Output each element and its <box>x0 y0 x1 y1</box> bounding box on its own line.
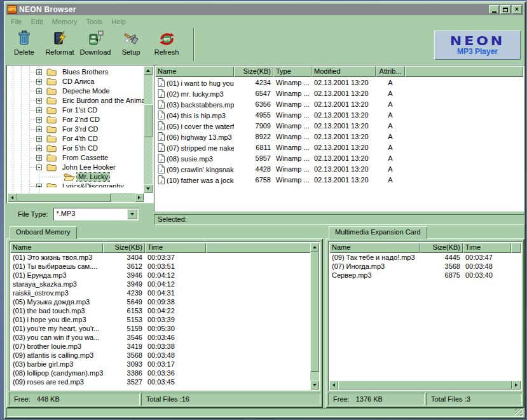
menu-help[interactable]: Help <box>107 18 130 25</box>
tree-expand-toggle[interactable]: - <box>36 165 42 170</box>
column-header-name[interactable]: Name <box>10 243 103 253</box>
scroll-right-button[interactable] <box>135 193 144 202</box>
tree-item[interactable]: +Eric Burdon and the Animals <box>8 96 144 105</box>
memory-file-row[interactable]: (01) you're my heart, you'r...515900:05:… <box>10 324 310 333</box>
scroll-down-button[interactable] <box>310 381 319 390</box>
memory-file-row[interactable]: (05) Музыка дождя.mp3564900:09:38 <box>10 297 310 306</box>
memory-file-row[interactable]: (01) the bad touch.mp3615300:04:22 <box>10 306 310 315</box>
column-header-modified[interactable]: Modified <box>311 66 376 77</box>
scroll-left-button[interactable] <box>329 381 338 390</box>
tree-expand-toggle[interactable]: + <box>36 184 42 187</box>
memory-file-row[interactable]: (03) barbie girl.mp3309300:03:17 <box>10 360 310 369</box>
tree-item[interactable]: +Lyrics&Discography <box>8 182 144 187</box>
memory-file-row[interactable]: (07) brother louie.mp3341900:03:38 <box>10 342 310 351</box>
tree-expand-toggle[interactable]: + <box>36 98 42 104</box>
scroll-thumb[interactable] <box>17 193 111 202</box>
file-row[interactable]: ♪(10) father was a jocke...6758Winamp ..… <box>155 174 523 185</box>
file-row[interactable]: ♪(02) mr. lucky.mp36547Winamp ...02.13.2… <box>155 88 523 98</box>
refresh-button[interactable]: MP3 Refresh <box>149 29 184 56</box>
file-row[interactable]: ♪(08) susie.mp35957Winamp ...02.13.2001 … <box>155 152 523 163</box>
minimize-button[interactable] <box>489 5 499 14</box>
file-row[interactable]: ♪(07) stripped me naked...6811Winamp ...… <box>155 142 523 152</box>
tree-expand-toggle[interactable]: + <box>36 126 42 132</box>
tree-expand-toggle[interactable]: + <box>36 79 42 85</box>
file-row[interactable]: ♪(05) i cover the waterfr...7909Winamp .… <box>155 120 523 131</box>
tree-item[interactable]: +For 5'th CD <box>8 144 144 153</box>
onboard-vertical-scrollbar[interactable] <box>310 243 319 390</box>
file-size: 3946 <box>103 271 145 279</box>
memory-file-row[interactable]: (03) you can win if you wa...354600:03:4… <box>10 333 310 342</box>
tree-item[interactable]: +For 2'nd CD <box>8 115 144 125</box>
file-type-combobox[interactable]: *.MP3 <box>53 208 139 220</box>
memory-file-row[interactable]: (01) Ты выбираешь сам....361200:03:51 <box>10 262 310 271</box>
scroll-down-button[interactable] <box>144 184 153 193</box>
tab-onboard-memory[interactable]: Onboard Memory <box>10 226 77 239</box>
expansion-horizontal-scrollbar[interactable] <box>329 381 521 390</box>
tree-item[interactable]: -John Lee Hooker <box>8 163 144 172</box>
memory-file-row[interactable]: (07) Иногда.mp3356800:03:48 <box>329 262 521 271</box>
file-row[interactable]: ♪(01) i want to hug you....4234Winamp ..… <box>155 77 523 88</box>
column-header-type[interactable]: Type <box>273 66 311 77</box>
menu-tools[interactable]: Tools <box>81 18 107 25</box>
memory-file-row[interactable]: (01) Ерунда.mp3394600:04:12 <box>10 271 310 280</box>
scroll-up-button[interactable] <box>144 66 153 75</box>
memory-file-row[interactable]: (09) atlantis is calling.mp3356800:03:48 <box>10 351 310 360</box>
file-row[interactable]: ♪(06) highway 13.mp38922Winamp ...02.13.… <box>155 131 523 142</box>
memory-file-row[interactable]: (09) Так тебе и надо!.mp3444500:03:47 <box>329 253 521 262</box>
reformat-button[interactable]: Reformat <box>42 29 78 56</box>
scroll-thumb[interactable] <box>144 104 153 137</box>
tree-item[interactable]: +For 4'th CD <box>8 134 144 144</box>
column-header-time[interactable]: Time <box>463 243 511 253</box>
tree-expand-toggle[interactable]: + <box>36 107 42 113</box>
close-button[interactable]: × <box>512 5 522 14</box>
delete-button[interactable]: Delete <box>6 29 42 56</box>
tree-expand-toggle[interactable]: + <box>36 69 42 75</box>
scroll-right-button[interactable] <box>512 381 521 390</box>
tree-item[interactable]: +For 1'st CD <box>8 105 144 115</box>
memory-file-row[interactable]: (08) lollipop (candyman).mp3338600:03:36 <box>10 369 310 377</box>
column-header-size[interactable]: Size(KB) <box>103 243 145 253</box>
memory-file-row[interactable]: (01) i hope you die.mp3515300:03:39 <box>10 315 310 324</box>
folder-icon <box>46 144 57 154</box>
tree-expand-toggle[interactable]: + <box>36 155 42 161</box>
column-header-size[interactable]: Size(KB) <box>420 243 463 253</box>
scroll-left-button[interactable] <box>8 193 17 202</box>
tree-expand-toggle[interactable]: + <box>36 136 42 142</box>
scroll-thumb[interactable] <box>338 381 512 390</box>
memory-file-row[interactable]: (09) roses are red.mp3352700:03:45 <box>10 377 310 386</box>
memory-file-row[interactable]: staraya_skazka.mp3394900:04:12 <box>10 280 310 288</box>
setup-button[interactable]: Setup <box>113 29 149 56</box>
tree-vertical-scrollbar[interactable] <box>144 66 153 193</box>
scroll-up-button[interactable] <box>310 243 319 252</box>
tree-expand-toggle[interactable]: + <box>36 88 42 94</box>
menu-memory[interactable]: Memory <box>48 18 82 25</box>
tree-item[interactable]: +CD Алиса <box>8 77 144 86</box>
tree-item[interactable]: +Depeche Mode <box>8 86 144 96</box>
file-row[interactable]: ♪(04) this is hip.mp34955Winamp ...02.13… <box>155 109 523 120</box>
tree-item[interactable]: +For 3'rd CD <box>8 125 144 134</box>
file-row[interactable]: ♪(09) crawlin' kingsnake...4428Winamp ..… <box>155 163 523 174</box>
column-header-size[interactable]: Size(KB) <box>234 66 273 77</box>
maximize-button[interactable] <box>500 5 510 14</box>
tree-item[interactable]: +Blues Brothers <box>8 67 144 77</box>
column-header-time[interactable]: Time <box>145 243 206 253</box>
menu-file[interactable]: File <box>6 18 27 25</box>
memory-file-row[interactable]: raiskii_ostrov.mp3423900:04:31 <box>10 288 310 297</box>
column-header-name[interactable]: Name <box>329 243 420 253</box>
tree-expand-toggle[interactable]: + <box>36 146 42 151</box>
download-button[interactable]: MP3 Download <box>78 29 113 56</box>
tree-expand-toggle[interactable]: + <box>36 117 42 123</box>
memory-file-row[interactable]: Сервер.mp3687500:03:40 <box>329 271 521 280</box>
column-header-name[interactable]: Name <box>155 66 234 77</box>
combo-dropdown-button[interactable] <box>127 209 137 219</box>
tab-expansion-card[interactable]: Multimedia Expansion Card <box>329 226 427 239</box>
menu-edit[interactable]: Edit <box>27 18 48 25</box>
tree-item[interactable]: +From Cassette <box>8 153 144 163</box>
resize-grip[interactable] <box>515 409 523 416</box>
memory-file-row[interactable]: (01) Это жизнь твоя.mp3340400:03:37 <box>10 253 310 262</box>
tree-horizontal-scrollbar[interactable] <box>8 193 144 202</box>
scroll-thumb[interactable] <box>310 252 319 372</box>
column-header-attrib[interactable]: Attrib... <box>376 66 405 77</box>
tree-item[interactable]: Mr. Lucky <box>8 172 144 182</box>
file-row[interactable]: ♪(03) backstabbers.mp36356Winamp ...02.1… <box>155 98 523 109</box>
